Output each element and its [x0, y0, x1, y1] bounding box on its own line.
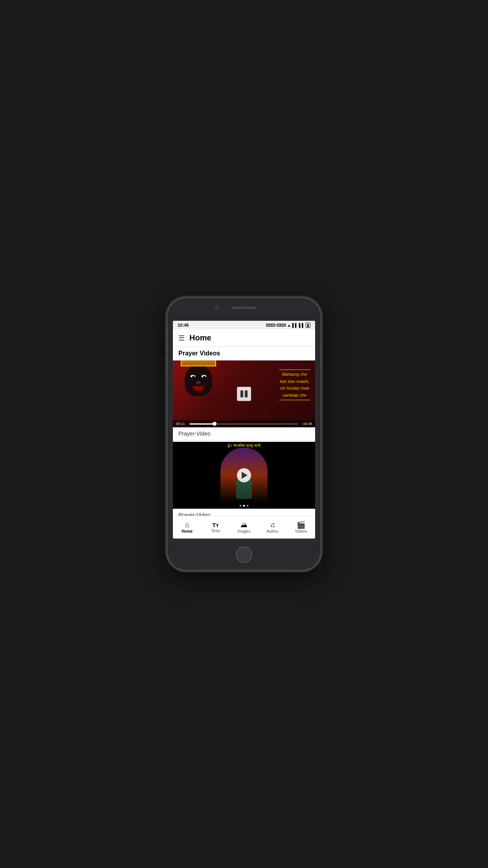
phone-home-button[interactable] — [236, 546, 252, 563]
silent-switch[interactable] — [167, 329, 168, 336]
bottom-nav: ⌂ Home Tт Texts ⛰ Images ♫ Audios 🎬 Vide… — [173, 516, 315, 539]
total-time: - 00:48 — [301, 422, 312, 426]
pause-bar-left — [240, 390, 243, 397]
progress-track[interactable] — [189, 423, 299, 425]
video-text-overlay: Maharog chekan kan maahi,ne hruday maasa… — [279, 368, 310, 401]
audios-icon: ♫ — [270, 521, 275, 528]
play-triangle — [242, 472, 248, 479]
pause-bar-right — [245, 390, 248, 397]
play-button[interactable] — [237, 468, 251, 482]
video-dot-2 — [243, 505, 245, 507]
app-bar: ☰ Home — [173, 329, 315, 347]
nav-label-audios: Audios — [266, 529, 279, 533]
phone-camera — [215, 305, 218, 309]
video-thumbnail-2[interactable]: હે ! અંતરિક્ષ પ્રભુ પાર્શ્વ — [173, 442, 315, 509]
nav-item-videos[interactable]: 🎬 Videos — [287, 516, 315, 539]
overlay-text: Maharog chekan kan maahi,ne hruday maasa… — [279, 371, 310, 399]
content-area[interactable]: Prayer Videos — [173, 347, 315, 516]
deity-head — [185, 364, 212, 396]
pause-button[interactable] — [237, 387, 251, 401]
nav-label-videos: Videos — [295, 529, 307, 533]
section-header: Prayer Videos — [173, 347, 315, 360]
video2-background: હે ! અંતરિક્ષ પ્રભુ પાર્શ્વ — [173, 442, 315, 509]
wifi-icon: ▲ — [287, 323, 291, 327]
images-icon: ⛰ — [240, 521, 248, 528]
video2-title: હે ! અંતરિક્ષ પ્રભુ પાર્શ્વ — [173, 443, 315, 448]
deity-mouth — [193, 386, 204, 391]
videos-icon: 🎬 — [297, 521, 305, 528]
video-card-1: Maharog chekan kan maahi,ne hruday maasa… — [173, 360, 315, 440]
hamburger-icon[interactable]: ☰ — [178, 334, 185, 342]
volume-down-button[interactable] — [167, 356, 168, 370]
deity-eye-right — [201, 374, 207, 378]
nav-item-texts[interactable]: Tт Texts — [201, 516, 229, 539]
volume-up-button[interactable] — [167, 337, 168, 351]
app-bar-title: Home — [189, 333, 211, 342]
progress-thumb[interactable] — [213, 422, 216, 426]
home-icon: ⌂ — [185, 521, 189, 528]
video1-background: Maharog chekan kan maahi,ne hruday maasa… — [173, 360, 315, 427]
status-icons: Vo LTE Vo LTE ▲ ▌▌ ▌▌ ▮ — [266, 323, 310, 328]
nav-item-audios[interactable]: ♫ Audios — [258, 516, 286, 539]
progress-fill — [189, 423, 215, 425]
deity-eye-left — [190, 374, 196, 378]
video-dot-1 — [240, 505, 242, 507]
deity-eyes — [190, 374, 207, 378]
volte-icon-2: Vo LTE — [277, 324, 286, 327]
nav-label-images: Images — [238, 529, 251, 533]
video-label-2: Prayer-Video — [173, 509, 315, 516]
signal-icon-1: ▌▌ — [292, 323, 298, 327]
status-time: 10:49 — [178, 323, 189, 327]
video-dots — [240, 505, 249, 507]
video-thumbnail-1[interactable]: Maharog chekan kan maahi,ne hruday maasa… — [173, 360, 315, 427]
phone-screen: 10:49 Vo LTE Vo LTE ▲ ▌▌ ▌▌ ▮ ☰ Home Pra… — [173, 321, 315, 539]
deco-line-top — [279, 370, 310, 370]
nav-label-texts: Texts — [211, 529, 220, 533]
status-bar: 10:49 Vo LTE Vo LTE ▲ ▌▌ ▌▌ ▮ — [173, 321, 315, 329]
volte-icon-1: Vo LTE — [266, 324, 275, 327]
power-button[interactable] — [320, 345, 321, 365]
video-progress-bar[interactable]: 00:11 - 00:48 — [173, 420, 315, 427]
phone-speaker — [232, 307, 256, 309]
deity-crown — [181, 360, 216, 366]
texts-icon: Tт — [212, 522, 219, 528]
nav-label-home: Home — [182, 529, 193, 533]
current-time: 00:11 — [176, 422, 187, 426]
nav-item-home[interactable]: ⌂ Home — [173, 516, 201, 539]
nav-item-images[interactable]: ⛰ Images — [230, 516, 258, 539]
battery-icon: ▮ — [306, 323, 310, 328]
phone-frame: 10:49 Vo LTE Vo LTE ▲ ▌▌ ▌▌ ▮ ☰ Home Pra… — [167, 298, 321, 570]
deco-line-bottom — [279, 400, 310, 400]
signal-icon-2: ▌▌ — [299, 323, 305, 327]
deity-face — [181, 364, 216, 408]
video-label-1: Prayer-Video — [173, 427, 315, 440]
video-dot-3 — [247, 505, 249, 507]
video-card-2: હે ! અંતરિક્ષ પ્રભુ પાર્શ્વ Prayer-Video — [173, 442, 315, 516]
deity-nose — [196, 381, 201, 384]
